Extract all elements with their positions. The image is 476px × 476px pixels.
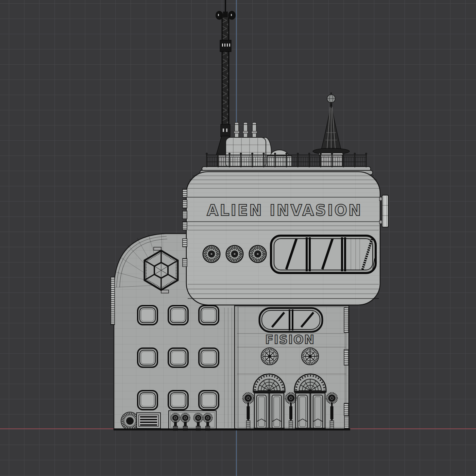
capsule — [183, 172, 388, 305]
3d-viewport[interactable]: ALIEN INVASION FISION — [0, 0, 476, 476]
louver-vent — [137, 413, 160, 428]
arched-door — [253, 374, 285, 429]
curved-window-band — [271, 236, 376, 273]
ground-contact-shadow — [114, 428, 350, 430]
roof-railing — [206, 153, 367, 167]
arched-door — [294, 374, 326, 429]
side-vent-strip — [111, 277, 115, 325]
porthole-row — [203, 245, 266, 262]
window-grid — [138, 306, 219, 410]
rosette-dial — [302, 348, 319, 365]
side-fin — [379, 195, 388, 227]
rosette-dial — [261, 348, 278, 365]
sign-alien-invasion: ALIEN INVASION — [203, 200, 366, 221]
fision-tower — [235, 304, 349, 429]
tower-top-window — [259, 308, 322, 332]
building-model[interactable] — [0, 0, 476, 476]
pipe-panel — [169, 411, 216, 430]
fan-vent — [121, 412, 139, 430]
sign-fision: FISION — [256, 333, 324, 347]
